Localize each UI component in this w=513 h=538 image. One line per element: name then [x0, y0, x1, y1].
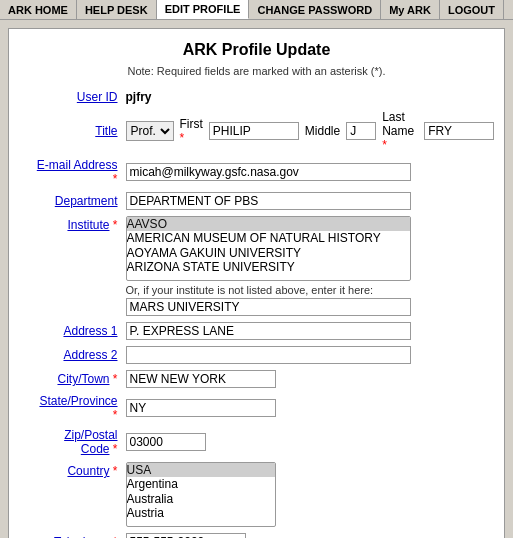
first-input[interactable]	[209, 122, 299, 140]
nav-my-ark[interactable]: My ARK	[381, 0, 440, 19]
userid-value: pjfry	[126, 90, 152, 104]
city-label[interactable]: City/Town	[57, 372, 109, 386]
zip-input[interactable]	[126, 433, 206, 451]
country-label[interactable]: Country	[67, 464, 109, 478]
email-label[interactable]: E-mail Address	[37, 158, 118, 172]
country-select[interactable]: USA Argentina Australia Austria	[126, 462, 276, 527]
city-input[interactable]	[126, 370, 276, 388]
dept-row: Department	[29, 189, 498, 213]
addr1-input[interactable]	[126, 322, 411, 340]
email-row: E-mail Address *	[29, 155, 498, 189]
dept-input[interactable]	[126, 192, 411, 210]
email-input[interactable]	[126, 163, 411, 181]
institute-note: Or, if your institute is not listed abov…	[126, 284, 495, 296]
nav-ark-home[interactable]: ARK HOME	[0, 0, 77, 19]
nav-logout[interactable]: LOGOUT	[440, 0, 504, 19]
institute-row: Institute * AAVSO AMERICAN MUSEUM OF NAT…	[29, 213, 498, 319]
telephone-row: Telephone *	[29, 530, 498, 538]
state-row: State/Province *	[29, 391, 498, 425]
last-label: Last Name *	[382, 110, 418, 152]
institute-label[interactable]: Institute	[67, 218, 109, 232]
title-select[interactable]: Prof. Dr. Mr. Ms. Mrs.	[126, 121, 174, 141]
zip-label[interactable]: Zip/Postal Code	[64, 428, 117, 456]
profile-form: User ID pjfry Title Prof. Dr. Mr. Ms. Mr…	[29, 87, 498, 538]
institute-select[interactable]: AAVSO AMERICAN MUSEUM OF NATURAL HISTORY…	[126, 216, 411, 281]
middle-input[interactable]	[346, 122, 376, 140]
nav-change-password[interactable]: CHANGE PASSWORD	[249, 0, 381, 19]
addr1-row: Address 1	[29, 319, 498, 343]
userid-label[interactable]: User ID	[77, 90, 118, 104]
telephone-input[interactable]	[126, 533, 246, 538]
first-label: First *	[180, 117, 203, 145]
userid-row: User ID pjfry	[29, 87, 498, 107]
page-title: ARK Profile Update	[29, 41, 484, 59]
country-row: Country * USA Argentina Australia Austri…	[29, 459, 498, 530]
nav-edit-profile[interactable]: EDIT PROFILE	[157, 0, 250, 19]
institute-text-input[interactable]	[126, 298, 411, 316]
nav-help-desk[interactable]: HELP DESK	[77, 0, 157, 19]
city-row: City/Town *	[29, 367, 498, 391]
main-content: ARK Profile Update Note: Required fields…	[8, 28, 505, 538]
state-label[interactable]: State/Province	[39, 394, 117, 408]
addr2-row: Address 2	[29, 343, 498, 367]
required-note: Note: Required fields are marked with an…	[29, 65, 484, 77]
addr2-input[interactable]	[126, 346, 411, 364]
addr1-label[interactable]: Address 1	[63, 324, 117, 338]
navbar: ARK HOME HELP DESK EDIT PROFILE CHANGE P…	[0, 0, 513, 20]
addr2-label[interactable]: Address 2	[63, 348, 117, 362]
title-label[interactable]: Title	[95, 124, 117, 138]
name-row: Title Prof. Dr. Mr. Ms. Mrs. First * Mid	[29, 107, 498, 155]
middle-label: Middle	[305, 124, 340, 138]
state-input[interactable]	[126, 399, 276, 417]
zip-row: Zip/Postal Code *	[29, 425, 498, 459]
dept-label[interactable]: Department	[55, 194, 118, 208]
last-input[interactable]	[424, 122, 494, 140]
